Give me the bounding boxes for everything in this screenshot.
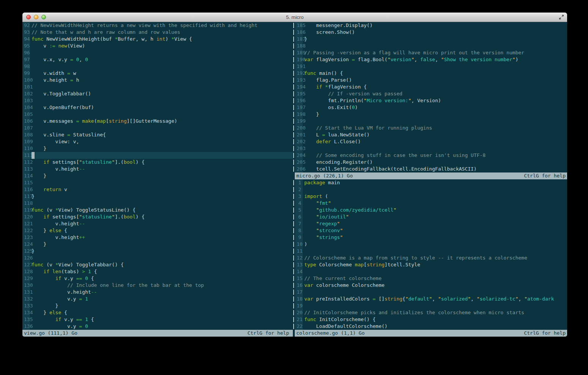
- code-line[interactable]: 187}: [293, 36, 567, 43]
- code-line[interactable]: 120 if settings["statusline"].(bool) {: [22, 214, 293, 220]
- code-line[interactable]: 192func main() {: [293, 70, 567, 77]
- code-line[interactable]: 193 flag.Parse(): [293, 77, 567, 84]
- code-line[interactable]: 126: [22, 255, 293, 261]
- code-line[interactable]: 110 }: [22, 145, 293, 152]
- code-area-view-go[interactable]: 92// NewViewWidthHeight returns a new vi…: [22, 22, 293, 330]
- code-line[interactable]: 101: [22, 84, 293, 90]
- code-line[interactable]: 1package main: [293, 179, 567, 186]
- code-line[interactable]: 103: [22, 97, 293, 104]
- code-line[interactable]: 116 return v: [22, 186, 293, 193]
- code-line[interactable]: 119func (v *View) ToggleStatusLine() {: [22, 207, 293, 214]
- zoom-button[interactable]: [41, 15, 46, 19]
- code-line[interactable]: 93// Note that w and h are raw column an…: [22, 29, 293, 36]
- code-line[interactable]: 196 fmt.Println("Micro version:", Versio…: [293, 97, 567, 104]
- code-line[interactable]: 118: [22, 200, 293, 207]
- code-line[interactable]: 11: [293, 248, 567, 255]
- line-number: 204: [295, 152, 303, 159]
- code-line[interactable]: 197 os.Exit(0): [293, 104, 567, 111]
- code-line[interactable]: 105: [22, 111, 293, 118]
- code-line[interactable]: 125}: [22, 248, 293, 255]
- code-line[interactable]: 189// Passing -version as a flag will ha…: [293, 49, 567, 56]
- code-line[interactable]: 203: [293, 145, 567, 152]
- code-area-micro-go[interactable]: 185 messenger.Display()186 screen.Show()…: [293, 22, 567, 172]
- code-line[interactable]: 127func (v *View) ToggleTabbar() {: [22, 261, 293, 268]
- code-line[interactable]: 185 messenger.Display(): [293, 22, 567, 29]
- code-line[interactable]: 114 }: [22, 172, 293, 179]
- code-area-colorscheme-go[interactable]: 1package main23import (4 "fmt"5 "github.…: [293, 179, 567, 330]
- code-line[interactable]: 97 v.x, v.y = 0, 0: [22, 56, 293, 63]
- code-line[interactable]: 9 "strings": [293, 234, 567, 241]
- code-line[interactable]: 191: [293, 63, 567, 70]
- code-line[interactable]: 122 } else {: [22, 227, 293, 234]
- code-line[interactable]: 194 if *flagVersion {: [293, 84, 567, 90]
- code-line[interactable]: 19: [293, 302, 567, 309]
- code-line[interactable]: 109 view: v,: [22, 138, 293, 145]
- code-line[interactable]: 96: [22, 49, 293, 56]
- code-line[interactable]: 107: [22, 125, 293, 131]
- code-line[interactable]: 98: [22, 63, 293, 70]
- code-line[interactable]: 18var preInstalledColors = []string{"def…: [293, 296, 567, 302]
- code-line[interactable]: 106 v.messages = make(map[string][]Gutte…: [22, 118, 293, 125]
- code-line[interactable]: 113 v.height--: [22, 166, 293, 172]
- code-line[interactable]: 132 v.y = 1: [22, 296, 293, 302]
- code-line[interactable]: 190var flagVersion = flag.Bool("version"…: [293, 56, 567, 63]
- code-line[interactable]: 21func InitColorscheme() {: [293, 316, 567, 323]
- code-line[interactable]: 199: [293, 118, 567, 125]
- code-line[interactable]: 7 "regexp": [293, 220, 567, 227]
- code-line[interactable]: 94func NewViewWidthHeight(buf *Buffer, w…: [22, 36, 293, 43]
- code-line[interactable]: 112 if settings["statusline"].(bool) {: [22, 159, 293, 166]
- code-line[interactable]: 15// The current colorscheme: [293, 275, 567, 282]
- code-line[interactable]: 4 "fmt": [293, 200, 567, 207]
- code-line[interactable]: 121 v.height--: [22, 220, 293, 227]
- code-line[interactable]: 111: [22, 152, 293, 159]
- code-line[interactable]: 123 v.height++: [22, 234, 293, 241]
- code-line[interactable]: 202 defer L.Close(): [293, 138, 567, 145]
- code-line[interactable]: 115: [22, 179, 293, 186]
- fullscreen-icon[interactable]: [559, 14, 564, 20]
- code-line[interactable]: 131 v.height--: [22, 289, 293, 296]
- code-line[interactable]: 200 // Start the Lua VM for running plug…: [293, 125, 567, 131]
- code-line[interactable]: 186 screen.Show(): [293, 29, 567, 36]
- code-line[interactable]: 204 // Some encoding stuff in case the u…: [293, 152, 567, 159]
- code-line[interactable]: 130 // Include one line for the tab bar …: [22, 282, 293, 289]
- window-titlebar[interactable]: 5. micro: [22, 13, 567, 22]
- code-text: encoding.Register(): [303, 159, 567, 166]
- code-line[interactable]: 5 "github.com/zyedidia/tcell": [293, 207, 567, 214]
- code-line[interactable]: 201 L = lua.NewState(): [293, 131, 567, 138]
- code-line[interactable]: 104 v.OpenBuffer(buf): [22, 104, 293, 111]
- code-line[interactable]: 198 }: [293, 111, 567, 118]
- code-line[interactable]: 3import (: [293, 193, 567, 200]
- code-line[interactable]: 206 tcell.SetEncodingFallback(tcell.Enco…: [293, 166, 567, 172]
- code-line[interactable]: 10): [293, 241, 567, 248]
- code-line[interactable]: 2: [293, 186, 567, 193]
- code-line[interactable]: 195 // If -version was passed: [293, 90, 567, 97]
- code-line[interactable]: 129 if v.y == 0 {: [22, 275, 293, 282]
- code-line[interactable]: 108 v.sline = Statusline{: [22, 131, 293, 138]
- code-line[interactable]: 100 v.height = h: [22, 77, 293, 84]
- close-button[interactable]: [26, 15, 31, 19]
- code-line[interactable]: 128 if len(tabs) > 1 {: [22, 268, 293, 275]
- code-line[interactable]: 117}: [22, 193, 293, 200]
- code-line[interactable]: 124 }: [22, 241, 293, 248]
- code-line[interactable]: 135 if v.y == 1 {: [22, 316, 293, 323]
- code-line[interactable]: 136 v.y = 0: [22, 323, 293, 330]
- code-line[interactable]: 188: [293, 43, 567, 49]
- code-line[interactable]: 92// NewViewWidthHeight returns a new vi…: [22, 22, 293, 29]
- code-line[interactable]: 99 v.width = w: [22, 70, 293, 77]
- code-line[interactable]: 133 }: [22, 302, 293, 309]
- minimize-button[interactable]: [34, 15, 38, 19]
- code-line[interactable]: 6 "io/ioutil": [293, 214, 567, 220]
- code-line[interactable]: 205 encoding.Register(): [293, 159, 567, 166]
- code-line[interactable]: 13type Colorscheme map[string]tcell.Styl…: [293, 261, 567, 268]
- code-line[interactable]: 134 } else {: [22, 309, 293, 316]
- code-line[interactable]: 12// Colorscheme is a map from string to…: [293, 255, 567, 261]
- code-line[interactable]: 8 "strconv": [293, 227, 567, 234]
- code-line[interactable]: 20// InitColorscheme picks and initializ…: [293, 309, 567, 316]
- code-line[interactable]: 95 v := new(View): [22, 43, 293, 49]
- editor-pane-view-go[interactable]: 92// NewViewWidthHeight returns a new vi…: [22, 22, 293, 337]
- code-line[interactable]: 22 LoadDefaultColorscheme(): [293, 323, 567, 330]
- code-line[interactable]: 102 v.ToggleTabbar(): [22, 90, 293, 97]
- code-line[interactable]: 16var colorscheme Colorscheme: [293, 282, 567, 289]
- code-line[interactable]: 17: [293, 289, 567, 296]
- code-line[interactable]: 14: [293, 268, 567, 275]
